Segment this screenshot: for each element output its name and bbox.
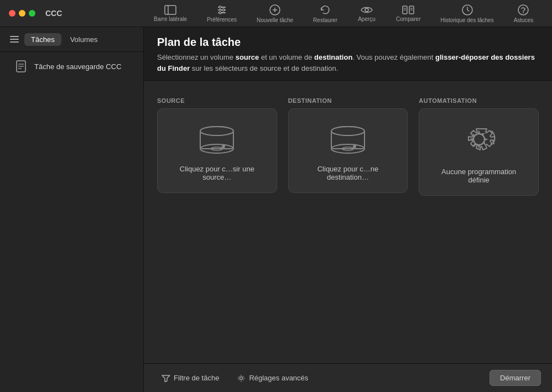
footer: Filtre de tâche Réglages avancés Démarre… xyxy=(144,363,552,392)
svg-point-7 xyxy=(219,12,221,14)
nav-astuces[interactable]: Astuces xyxy=(504,0,544,27)
destination-card-text: Cliquez pour c…ne destination… xyxy=(300,165,397,181)
automatisation-gear-icon xyxy=(460,120,498,159)
nav-preferences[interactable]: Préférences xyxy=(197,0,247,27)
svg-rect-25 xyxy=(10,41,19,43)
sidebar-item-label: Tâche de sauvegarde CCC xyxy=(34,62,122,71)
nav-historique-label: Historique des tâches xyxy=(440,17,493,23)
content-description: Sélectionnez un volume source et un volu… xyxy=(157,52,539,74)
titlebar-left: CCC xyxy=(0,9,144,18)
restaurer-icon xyxy=(319,4,331,16)
filter-icon xyxy=(162,374,170,382)
svg-point-5 xyxy=(219,6,221,8)
destination-section: DESTINATION Cliquez xyxy=(288,97,408,196)
titlebar: CCC Barre latérale xyxy=(0,0,552,27)
cards-area: SOURCE Cliquez pour xyxy=(144,81,552,363)
destination-label: DESTINATION xyxy=(288,97,408,104)
filter-label: Filtre de tâche xyxy=(174,374,219,382)
filter-button[interactable]: Filtre de tâche xyxy=(155,371,226,385)
sidebar-icon xyxy=(164,5,176,15)
preferences-icon xyxy=(216,4,227,15)
apercu-icon xyxy=(361,5,373,15)
nav-barre-laterale-label: Barre latérale xyxy=(154,16,187,22)
astuces-icon xyxy=(517,4,529,16)
page-title: Plan de la tâche xyxy=(157,36,539,49)
automatisation-section: AUTOMATISATION xyxy=(419,97,539,196)
main-area: Tâches Volumes Tâche de sauvegarde CCC P… xyxy=(0,27,552,392)
minimize-button[interactable] xyxy=(19,10,25,17)
svg-point-33 xyxy=(200,127,233,135)
source-card-text: Cliquez pour c…sir une source… xyxy=(169,165,265,181)
source-disk-icon xyxy=(195,120,239,156)
svg-point-42 xyxy=(473,134,485,145)
source-label: SOURCE xyxy=(157,97,277,104)
nav-comparer[interactable]: Comparer xyxy=(386,0,430,27)
nav-astuces-label: Astuces xyxy=(514,17,534,23)
nav-apercu[interactable]: Aperçu xyxy=(347,0,386,27)
fullscreen-button[interactable] xyxy=(29,10,35,17)
svg-rect-24 xyxy=(10,39,19,40)
nav-restaurer-label: Restaurer xyxy=(313,17,337,23)
settings-label: Réglages avancés xyxy=(249,374,308,382)
nav-restaurer[interactable]: Restaurer xyxy=(303,0,347,27)
settings-icon xyxy=(237,374,246,383)
nav-preferences-label: Préférences xyxy=(207,17,237,23)
sidebar-item-tache-sauvegarde[interactable]: Tâche de sauvegarde CCC xyxy=(4,54,139,79)
svg-rect-23 xyxy=(10,36,19,37)
nav-apercu-label: Aperçu xyxy=(358,16,376,22)
comparer-icon xyxy=(402,5,414,15)
nav-barre-laterale[interactable]: Barre latérale xyxy=(144,0,197,27)
source-section: SOURCE Cliquez pour xyxy=(157,97,277,196)
content-header: Plan de la tâche Sélectionnez un volume … xyxy=(144,27,552,81)
svg-point-11 xyxy=(365,8,368,12)
start-button[interactable]: Démarrer xyxy=(489,370,541,386)
destination-card[interactable]: Cliquez pour c…ne destination… xyxy=(288,108,408,193)
settings-button[interactable]: Réglages avancés xyxy=(230,371,315,385)
nav-nouvelle-tache-label: Nouvelle tâche xyxy=(257,17,293,23)
titlebar-nav: Barre latérale Préférences xyxy=(144,0,552,27)
source-card[interactable]: Cliquez pour c…sir une source… xyxy=(157,108,277,193)
nav-historique[interactable]: Historique des tâches xyxy=(430,0,503,27)
content-area: Plan de la tâche Sélectionnez un volume … xyxy=(144,27,552,392)
nouvelle-tache-icon xyxy=(269,4,281,16)
sidebar: Tâches Volumes Tâche de sauvegarde CCC xyxy=(0,27,144,392)
svg-point-41 xyxy=(353,145,356,148)
tab-volumes[interactable]: Volumes xyxy=(64,33,105,46)
sidebar-tab-bar: Tâches Volumes xyxy=(0,27,143,52)
historique-icon xyxy=(461,4,473,16)
document-icon xyxy=(13,59,29,74)
cards-row: SOURCE Cliquez pour xyxy=(157,97,539,196)
automatisation-label: AUTOMATISATION xyxy=(419,97,539,104)
svg-rect-0 xyxy=(165,6,176,14)
automatisation-card[interactable]: Aucune programmation définie xyxy=(419,108,539,196)
svg-point-6 xyxy=(222,9,225,11)
svg-point-39 xyxy=(331,127,364,135)
svg-point-19 xyxy=(518,5,528,15)
svg-point-35 xyxy=(222,145,225,148)
traffic-lights xyxy=(9,10,35,17)
sidebar-menu-icon[interactable] xyxy=(7,32,22,47)
app-title: CCC xyxy=(45,9,62,18)
nav-nouvelle-tache[interactable]: Nouvelle tâche xyxy=(247,0,303,27)
svg-point-20 xyxy=(523,12,524,13)
footer-left: Filtre de tâche Réglages avancés xyxy=(155,371,476,385)
svg-point-43 xyxy=(240,377,243,379)
nav-aide[interactable]: Aide xyxy=(543,0,552,27)
close-button[interactable] xyxy=(9,10,15,17)
nav-comparer-label: Comparer xyxy=(396,16,420,22)
automatisation-card-text: Aucune programmation définie xyxy=(430,168,527,184)
destination-disk-icon xyxy=(326,120,370,156)
tab-taches[interactable]: Tâches xyxy=(24,33,61,46)
